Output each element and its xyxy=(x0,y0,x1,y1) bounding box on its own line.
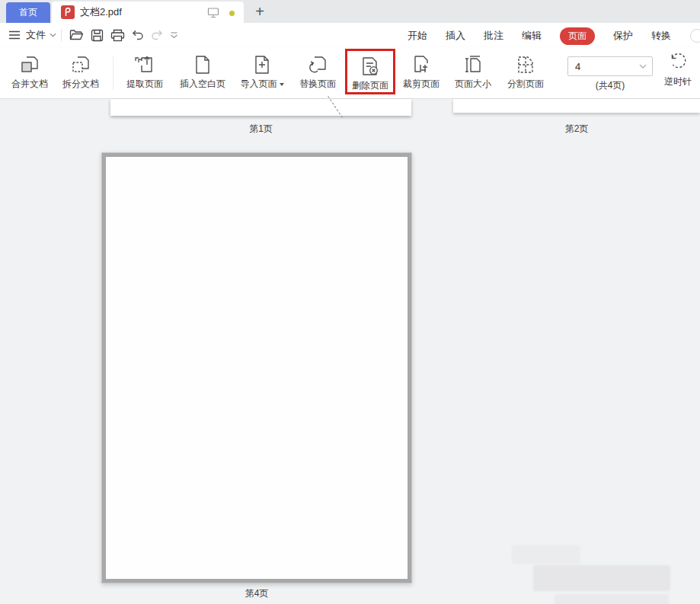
undo-icon xyxy=(131,30,144,40)
replace-page-button[interactable]: 替换页面 xyxy=(293,50,342,94)
crop-page-button[interactable]: 裁剪页面 xyxy=(397,50,446,94)
merge-docs-button[interactable]: 合并文档 xyxy=(5,50,54,94)
rotate-ccw-icon xyxy=(667,50,689,72)
split-page-icon xyxy=(516,50,535,75)
save-icon xyxy=(91,29,104,42)
page-total-label: (共4页) xyxy=(567,79,653,92)
watermark xyxy=(533,565,670,591)
merge-docs-icon xyxy=(20,50,40,75)
toolbar-divider xyxy=(61,29,62,41)
print-button[interactable] xyxy=(107,23,127,47)
redo-button[interactable] xyxy=(148,23,166,47)
file-menu-label: 文件 xyxy=(26,28,46,42)
import-pages-label: 导入页面 xyxy=(241,78,284,91)
tab-convert[interactable]: 转换 xyxy=(651,29,671,43)
watermark xyxy=(512,545,580,564)
page-size-button[interactable]: 页面大小 xyxy=(449,50,497,94)
page-number-select[interactable]: 4 xyxy=(567,56,653,76)
replace-page-icon xyxy=(308,50,328,75)
undo-button[interactable] xyxy=(128,23,146,47)
document-tab[interactable]: 文档2.pdf xyxy=(52,2,244,23)
page-ribbon: 合并文档 拆分文档 提取页面 插入空白页 导入页面 xyxy=(0,47,700,99)
chevron-down-icon xyxy=(639,64,647,69)
page-4-blank-page xyxy=(106,157,408,579)
home-tab-label: 首页 xyxy=(19,6,37,19)
ribbon-divider xyxy=(113,56,113,90)
tab-page-active[interactable]: 页面 xyxy=(560,27,595,45)
extract-pages-label: 提取页面 xyxy=(126,78,163,91)
page-2-thumbnail[interactable] xyxy=(453,99,700,113)
thumbnail-area: 第1页 第2页 第4页 xyxy=(0,99,700,604)
tab-edit[interactable]: 编辑 xyxy=(522,29,542,43)
delete-page-icon xyxy=(360,53,380,76)
tab-protect[interactable]: 保护 xyxy=(613,29,633,43)
insert-blank-page-label: 插入空白页 xyxy=(180,78,225,91)
customize-toolbar-button[interactable] xyxy=(166,23,181,47)
import-pages-icon xyxy=(254,50,270,75)
split-docs-label: 拆分文档 xyxy=(62,78,99,91)
rotate-ccw-label: 逆时针 xyxy=(664,75,692,88)
new-tab-button[interactable]: + xyxy=(250,2,270,21)
delete-page-button-highlighted[interactable]: 删除页面 xyxy=(345,49,395,94)
rotate-ccw-button[interactable]: 逆时针 xyxy=(656,50,700,94)
page-size-icon xyxy=(464,50,482,75)
extract-pages-button[interactable]: 提取页面 xyxy=(120,50,169,94)
insert-blank-page-button[interactable]: 插入空白页 xyxy=(174,50,232,94)
unsaved-indicator-dot xyxy=(229,11,235,16)
page-1-label: 第1页 xyxy=(110,123,411,136)
split-docs-icon xyxy=(71,50,91,75)
page-number-value: 4 xyxy=(575,61,639,72)
file-menu-chevron[interactable] xyxy=(47,23,58,47)
page-size-label: 页面大小 xyxy=(455,78,491,91)
split-docs-button[interactable]: 拆分文档 xyxy=(56,50,105,94)
extract-pages-icon xyxy=(134,50,155,75)
crop-page-label: 裁剪页面 xyxy=(403,78,439,91)
tab-insert[interactable]: 插入 xyxy=(446,29,465,43)
file-menu[interactable]: 文件 xyxy=(24,23,47,47)
home-tab[interactable]: 首页 xyxy=(6,2,50,23)
crop-page-icon xyxy=(412,50,430,75)
page-2-label: 第2页 xyxy=(453,123,700,136)
watermark xyxy=(555,594,669,604)
tab-start[interactable]: 开始 xyxy=(408,29,427,43)
menu-tab-bar: 开始 插入 批注 编辑 页面 保护 转换 xyxy=(408,27,671,44)
collapse-toolbar-icon xyxy=(170,32,178,39)
page-1-thumbnail[interactable] xyxy=(110,99,411,116)
folder-open-icon xyxy=(69,29,84,41)
menu-icon xyxy=(8,30,21,40)
pdf-file-icon xyxy=(61,5,75,19)
print-icon xyxy=(110,29,125,42)
monitor-icon[interactable] xyxy=(207,7,219,18)
merge-docs-label: 合并文档 xyxy=(11,78,48,91)
assistant-icon[interactable] xyxy=(690,29,700,43)
redo-icon xyxy=(151,30,164,40)
split-page-label: 分割页面 xyxy=(507,78,544,91)
import-pages-button[interactable]: 导入页面 xyxy=(235,50,289,94)
page-4-thumbnail-selected[interactable] xyxy=(101,152,412,583)
delete-page-label: 删除页面 xyxy=(352,79,388,92)
main-menu-button[interactable] xyxy=(6,23,23,47)
save-button[interactable] xyxy=(88,23,106,47)
insert-blank-page-icon xyxy=(194,50,211,75)
plus-icon: + xyxy=(255,3,264,21)
page-4-label: 第4页 xyxy=(101,587,412,600)
open-file-button[interactable] xyxy=(67,23,85,47)
tab-annotate[interactable]: 批注 xyxy=(484,29,503,43)
tab-strip: 首页 文档2.pdf + xyxy=(0,0,700,23)
app-window: 首页 文档2.pdf + 文件 xyxy=(0,0,700,604)
split-page-button[interactable]: 分割页面 xyxy=(501,50,550,94)
document-tab-label: 文档2.pdf xyxy=(80,5,122,19)
page-1-content-line xyxy=(328,96,343,118)
chevron-down-icon xyxy=(50,33,56,37)
replace-page-label: 替换页面 xyxy=(299,78,336,91)
dropdown-caret-icon xyxy=(280,83,284,86)
